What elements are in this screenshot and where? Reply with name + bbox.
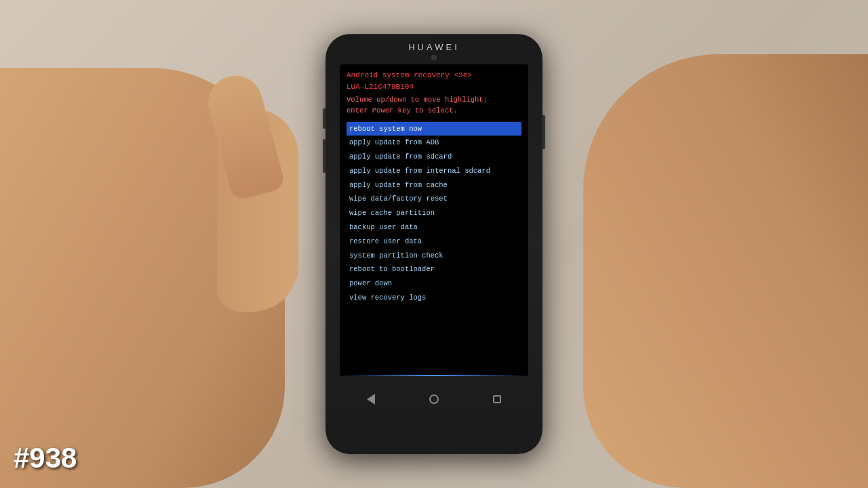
phone-brand-label: HUAWEI [408,42,460,52]
front-camera [431,55,437,60]
home-icon [429,394,439,404]
phone-navigation [340,383,528,415]
screen-highlight [340,375,528,376]
menu-item-4[interactable]: apply update from cache [347,178,521,192]
left-hand [0,68,285,488]
recovery-menu[interactable]: reboot system nowapply update from ADBap… [347,122,521,305]
menu-item-1[interactable]: apply update from ADB [347,136,521,150]
menu-item-11[interactable]: power down [347,277,521,291]
recovery-title: Android system recovery <3e> LUA-L21C479… [347,70,521,92]
volume-up-button[interactable] [323,108,326,129]
menu-item-6[interactable]: wipe cache partition [347,206,521,220]
menu-item-3[interactable]: apply update from internal sdcard [347,164,521,178]
recovery-title-line2: LUA-L21C479B104 [347,81,521,93]
menu-item-2[interactable]: apply update from sdcard [347,150,521,164]
menu-item-10[interactable]: reboot to bootloader [347,262,521,277]
power-button[interactable] [542,115,545,149]
video-watermark: #938 [14,442,77,474]
recents-button[interactable] [485,387,509,411]
menu-item-9[interactable]: system partition check [347,249,521,263]
back-icon [367,394,375,405]
phone-device: HUAWEI Android system recovery <3e> LUA-… [326,34,542,454]
home-button[interactable] [422,387,446,411]
instructions-line2: enter Power key to select. [347,106,521,117]
recovery-instructions: Volume up/down to move highlight; enter … [347,95,521,117]
recovery-screen: Android system recovery <3e> LUA-L21C479… [340,64,528,376]
recents-icon [493,395,501,403]
instructions-line1: Volume up/down to move highlight; [347,95,521,106]
menu-item-12[interactable]: view recovery logs [347,291,521,305]
menu-item-0[interactable]: reboot system now [347,122,521,136]
menu-item-7[interactable]: backup user data [347,220,521,235]
recovery-title-line1: Android system recovery <3e> [347,70,521,81]
menu-item-8[interactable]: restore user data [347,235,521,249]
phone-screen: Android system recovery <3e> LUA-L21C479… [340,64,528,376]
volume-down-button[interactable] [323,139,326,173]
right-hand [583,54,868,488]
menu-item-5[interactable]: wipe data/factory reset [347,192,521,206]
back-button[interactable] [359,387,383,411]
